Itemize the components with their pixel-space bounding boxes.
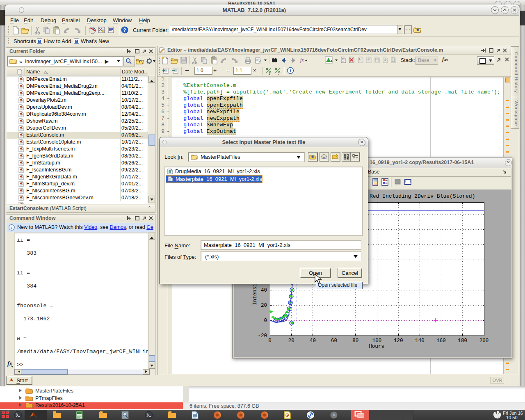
svg-text:80: 80 (352, 338, 358, 344)
svg-text:i: i (290, 68, 291, 73)
svg-text:160: 160 (436, 338, 446, 344)
svg-text:60: 60 (331, 338, 337, 344)
svg-text:Hours: Hours (369, 344, 384, 349)
svg-text:120: 120 (394, 338, 403, 344)
svg-text:100: 100 (372, 338, 382, 344)
svg-text:180: 180 (458, 338, 468, 344)
svg-text:?: ? (123, 27, 126, 33)
svg-text:20: 20 (261, 303, 267, 308)
svg-text:i: i (11, 225, 12, 230)
svg-text:Red Including 2Deriv Blue(Stor: Red Including 2Deriv Blue(Stored) (370, 193, 475, 199)
svg-text:40: 40 (310, 338, 316, 344)
svg-text:0: 0 (268, 338, 272, 344)
svg-text:0: 0 (264, 318, 267, 324)
svg-text:200: 200 (479, 338, 489, 344)
svg-text:140: 140 (415, 338, 425, 344)
svg-text:40: 40 (261, 288, 267, 293)
svg-text:-20: -20 (258, 333, 267, 339)
svg-text:fx: fx (300, 57, 304, 63)
svg-text:20: 20 (288, 338, 294, 344)
